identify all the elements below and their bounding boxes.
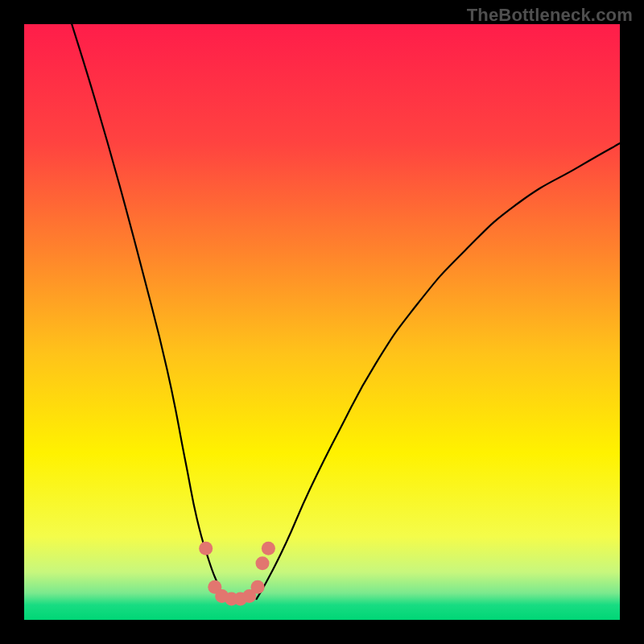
curve-layer [24,24,620,620]
marker-dot [199,542,213,555]
marker-dot [262,542,275,555]
watermark-text: TheBottleneck.com [467,5,633,26]
marker-dot [251,580,265,594]
marker-dot [255,556,269,570]
bottom-markers [199,542,275,606]
plot-area [24,24,620,620]
right-curve [257,143,620,599]
left-curve [72,24,224,599]
chart-stage: TheBottleneck.com [0,0,644,644]
